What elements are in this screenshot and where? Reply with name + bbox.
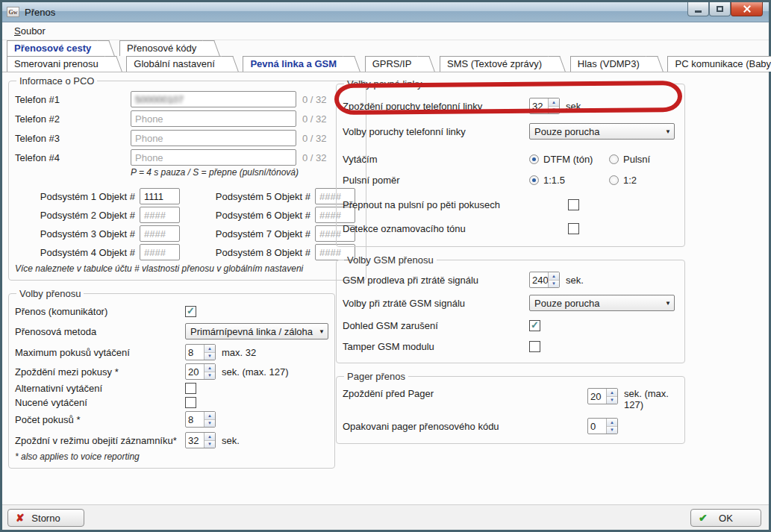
spin-down-icon[interactable]: ▼ <box>205 440 215 448</box>
close-button[interactable] <box>731 2 763 16</box>
menu-item-soubor[interactable]: Soubor <box>8 24 51 38</box>
tab-pc-komunikace[interactable]: PC komunikace (BabyWare) <box>667 56 771 72</box>
tab-row-1: Přenosové cesty Přenosové kódy <box>7 40 769 56</box>
cancel-x-icon: ✘ <box>16 512 25 524</box>
spin-down-icon[interactable]: ▼ <box>607 426 617 434</box>
max-pokusu-stepper[interactable]: 8 ▲▼ <box>185 344 216 360</box>
tamper-checkbox[interactable] <box>529 341 540 352</box>
group-title: Volby GSM přenosu <box>344 254 437 266</box>
radio-icon <box>529 154 539 164</box>
nucene-checkbox[interactable] <box>185 397 196 408</box>
pager-zpozdeni-suffix: sek. (max. 127) <box>624 388 676 410</box>
account-note: Více naleznete v tabulce účtu # vlastnos… <box>15 263 360 274</box>
partition2-label: Podsystém 2 Objekt # <box>15 210 140 221</box>
footer-bar: ✘ Storno ✔ OK <box>2 504 769 530</box>
spin-up-icon[interactable]: ▲ <box>205 412 215 419</box>
tab-sms[interactable]: SMS (Textové zprávy) <box>440 56 557 72</box>
detekce-checkbox[interactable] <box>568 223 579 234</box>
pager-opakovani-stepper[interactable]: 0 ▲▼ <box>587 418 618 434</box>
spin-down-icon[interactable]: ▼ <box>549 106 559 114</box>
phone3-counter: 0 / 32 <box>302 133 327 144</box>
radio-dtfm[interactable]: DTFM (tón) <box>529 154 609 165</box>
tab-prenosove-kody[interactable]: Přenosové kódy <box>119 40 211 56</box>
pulsni-pomer-label: Pulsní poměr <box>343 175 529 186</box>
chevron-down-icon: ▼ <box>319 328 325 335</box>
prenosova-metoda-select[interactable]: Primárnípevná linka / záloha G ▼ <box>185 323 328 339</box>
partition1-input[interactable]: 1111 <box>140 188 180 204</box>
group-title: Volby přenosu <box>16 288 84 299</box>
phone-row: Telefon #3 Phone 0 / 32 <box>15 128 360 148</box>
phone1-input[interactable]: 500000107 <box>131 91 296 107</box>
spin-up-icon[interactable]: ▲ <box>549 98 559 106</box>
zaznamnik-stepper[interactable]: 32 ▲▼ <box>185 432 216 448</box>
zpozdeni-poruchy-suffix: sek. <box>566 101 584 112</box>
mezi-pokusy-label: Zpoždění mezi pokusy * <box>15 366 185 378</box>
spin-down-icon[interactable]: ▼ <box>205 372 215 380</box>
spin-down-icon[interactable]: ▼ <box>205 419 215 428</box>
spin-up-icon[interactable]: ▲ <box>205 364 215 372</box>
tamper-label: Tamper GSM modulu <box>343 341 529 352</box>
radio-icon <box>529 175 539 185</box>
spin-up-icon[interactable]: ▲ <box>205 433 215 440</box>
zpozdeni-poruchy-label: Zpoždění poruchy telefonní linky <box>343 101 529 112</box>
group-title: Volby pevné linky <box>344 78 425 90</box>
app-icon: Gw <box>7 7 19 17</box>
volby-poruchy-select[interactable]: Pouze porucha ▼ <box>529 123 675 140</box>
minimize-icon <box>695 10 702 13</box>
spin-down-icon[interactable]: ▼ <box>549 280 559 288</box>
radio-icon <box>609 154 619 164</box>
spin-up-icon[interactable]: ▲ <box>607 389 617 396</box>
dohled-checkbox[interactable] <box>529 320 540 331</box>
phone2-input[interactable]: Phone <box>131 110 296 127</box>
ok-button[interactable]: ✔ OK <box>690 509 761 527</box>
restore-button[interactable] <box>709 2 731 16</box>
radio-pulsni[interactable]: Pulsní <box>609 154 650 165</box>
tab-smerovani-prenosu[interactable]: Smerovani prenosu <box>7 56 113 72</box>
tab-globalni-nastaveni[interactable]: Globální nastavení <box>126 56 229 72</box>
group-title: Pager přenos <box>344 371 408 382</box>
group-volby-prenosu: Volby přenosu Přenos (komunikátor) Přeno… <box>8 288 335 469</box>
spin-up-icon[interactable]: ▲ <box>549 272 559 280</box>
partition4-input[interactable]: #### <box>140 244 180 260</box>
alternativni-checkbox[interactable] <box>185 383 196 394</box>
tab-pevna-linka-a-gsm[interactable]: Pevná linka a GSM <box>243 56 352 72</box>
detekce-label: Detekce oznamovacího tónu <box>343 223 568 234</box>
partition5-label: Podsystém 5 Objekt # <box>184 191 315 202</box>
pager-zpozdeni-label: Zpoždění před Pager <box>343 388 587 399</box>
radio-pomer-1-1-5[interactable]: 1:1.5 <box>529 175 609 186</box>
partition2-input[interactable]: #### <box>140 207 180 223</box>
partition6-label: Podsystém 6 Objekt # <box>184 210 315 221</box>
spin-down-icon[interactable]: ▼ <box>205 352 215 360</box>
partition3-input[interactable]: #### <box>140 225 180 242</box>
pocet-pokusu-stepper[interactable]: 8 ▲▼ <box>185 411 216 428</box>
pocet-pokusu-label: Počet pokusů * <box>15 414 185 425</box>
nucene-label: Nucené vytáčení <box>15 397 185 408</box>
mezi-pokusy-stepper[interactable]: 20 ▲▼ <box>185 363 216 380</box>
tab-prenosove-cesty[interactable]: Přenosové cesty <box>7 40 106 56</box>
phone3-input[interactable]: Phone <box>131 130 296 146</box>
tab-gprs-ip[interactable]: GPRS/IP <box>365 56 427 72</box>
spin-down-icon[interactable]: ▼ <box>607 396 617 404</box>
partition8-label: Podsystém 8 Objekt # <box>184 247 315 258</box>
tab-strip: Přenosové cesty Přenosové kódy Smerovani… <box>2 40 769 72</box>
gsm-ztrata-select[interactable]: Pouze porucha ▼ <box>529 295 675 311</box>
tab-hlas-vdmp3[interactable]: Hlas (VDMP3) <box>570 56 655 72</box>
phone4-input[interactable]: Phone <box>131 149 296 166</box>
spin-up-icon[interactable]: ▲ <box>205 345 215 352</box>
partition4-label: Podsystém 4 Objekt # <box>15 247 140 258</box>
phone1-value-redacted: 500000107 <box>135 94 184 105</box>
komunikator-checkbox[interactable] <box>185 306 196 317</box>
pager-zpozdeni-stepper[interactable]: 20 ▲▼ <box>587 388 618 404</box>
radio-pomer-1-2[interactable]: 1:2 <box>609 175 637 186</box>
zpozdeni-poruchy-stepper[interactable]: 32 ▲▼ <box>529 98 560 114</box>
prepnout-checkbox[interactable] <box>568 199 579 210</box>
spin-up-icon[interactable]: ▲ <box>607 419 617 426</box>
dialog-window: Gw Přenos Soubor Přenosové cesty Přenoso… <box>0 0 771 532</box>
partition-grid: Podsystém 1 Objekt # 1111 Podsystém 5 Ob… <box>15 188 360 260</box>
gsm-prodleva-stepper[interactable]: 240 ▲▼ <box>529 272 560 288</box>
phone1-counter: 0 / 32 <box>302 94 327 105</box>
cancel-button[interactable]: ✘ Storno <box>7 509 84 527</box>
title-bar[interactable]: Gw Přenos <box>2 2 769 22</box>
alternativni-label: Alternativní vytáčení <box>15 383 185 394</box>
minimize-button[interactable] <box>687 2 709 16</box>
